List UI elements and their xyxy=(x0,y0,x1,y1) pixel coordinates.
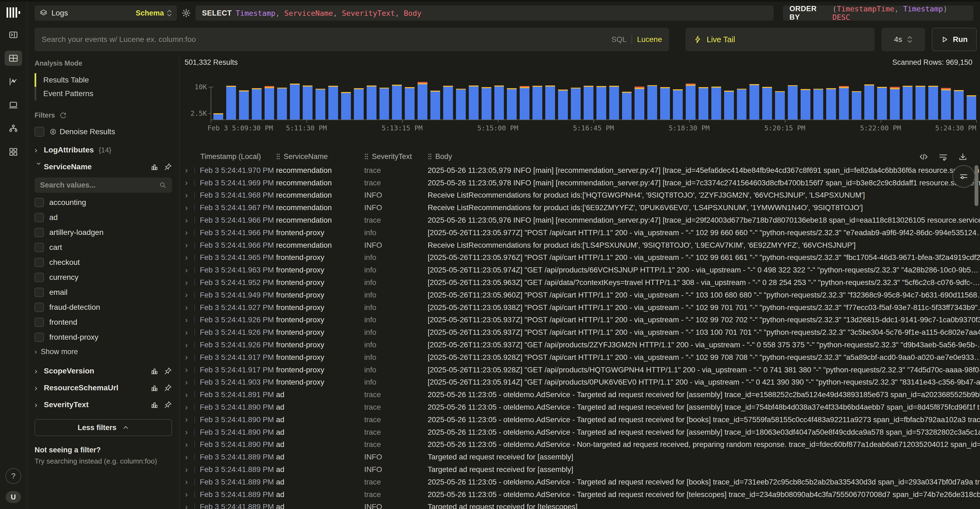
table-row[interactable]: ›Feb 3 5:24:41.926 PMfrontend-proxyinfo[… xyxy=(185,339,980,351)
table-row[interactable]: ›Feb 3 5:24:41.890 PMadtrace2025-05-26 1… xyxy=(185,414,980,426)
service-filter-frontend[interactable]: frontend xyxy=(35,315,172,329)
expand-row-chevron-icon[interactable]: › xyxy=(185,278,194,287)
expand-row-chevron-icon[interactable]: › xyxy=(185,178,194,187)
expand-row-chevron-icon[interactable]: › xyxy=(185,503,194,509)
show-more-button[interactable]: › Show more xyxy=(35,345,172,359)
pin-icon[interactable] xyxy=(164,401,172,409)
checkbox[interactable] xyxy=(35,258,44,267)
search-input[interactable]: Search your events w/ Lucene ex. column:… xyxy=(35,28,669,51)
expand-row-chevron-icon[interactable]: › xyxy=(185,228,194,237)
analysis-mode-event-patterns[interactable]: Event Patterns xyxy=(35,87,172,100)
table-row[interactable]: ›Feb 3 5:24:41.966 PMrecommendationINFOR… xyxy=(185,239,980,251)
histogram-plot[interactable]: Feb 3 5:09:30 PM5:11:30 PM5:13:15 PM5:15… xyxy=(211,74,976,128)
table-row[interactable]: ›Feb 3 5:24:41.890 PMadtrace2025-05-26 1… xyxy=(185,439,980,451)
expand-row-chevron-icon[interactable]: › xyxy=(185,203,194,212)
table-row[interactable]: ›Feb 3 5:24:41.952 PMfrontend-proxyinfo[… xyxy=(185,276,980,289)
table-row[interactable]: ›Feb 3 5:24:41.966 PMfrontend-proxyinfo[… xyxy=(185,226,980,239)
filter-group-logattributes[interactable]: › LogAttributes {14} xyxy=(35,142,172,158)
table-row[interactable]: ›Feb 3 5:24:41.927 PMfrontend-proxyinfo[… xyxy=(185,301,980,314)
table-row[interactable]: ›Feb 3 5:24:41.970 PMrecommendationtrace… xyxy=(185,164,980,177)
vertical-scrollbar[interactable] xyxy=(975,165,978,509)
table-row[interactable]: ›Feb 3 5:24:41.889 PMadINFOTargeted ad r… xyxy=(185,463,980,476)
column-header-severitytext[interactable]: SeverityText xyxy=(364,153,428,161)
checkbox[interactable] xyxy=(35,127,45,137)
expand-row-chevron-icon[interactable]: › xyxy=(185,453,194,462)
expand-row-chevron-icon[interactable]: › xyxy=(185,266,194,275)
table-row[interactable]: ›Feb 3 5:24:41.890 PMadtrace2025-05-26 1… xyxy=(185,426,980,439)
expand-row-chevron-icon[interactable]: › xyxy=(185,428,194,437)
help-icon[interactable]: ? xyxy=(5,468,21,484)
search-table-view-icon[interactable] xyxy=(5,51,22,66)
wrap-lines-icon[interactable] xyxy=(939,152,948,161)
expand-row-chevron-icon[interactable]: › xyxy=(185,477,194,487)
schema-label[interactable]: Schema xyxy=(135,9,164,17)
service-filter-frontend-proxy[interactable]: frontend-proxy xyxy=(35,329,172,345)
checkbox[interactable] xyxy=(35,318,44,327)
raw-sql-code-icon[interactable] xyxy=(919,152,928,161)
table-row[interactable]: ›Feb 3 5:24:41.967 PMrecommendationINFOR… xyxy=(185,201,980,214)
user-avatar[interactable]: U xyxy=(6,491,21,503)
filter-group-severitytext[interactable]: ›SeverityText xyxy=(35,396,172,413)
service-map-icon[interactable] xyxy=(5,121,22,136)
refresh-icon[interactable] xyxy=(59,111,67,119)
table-row[interactable]: ›Feb 3 5:24:41.889 PMadINFOTargeted ad r… xyxy=(185,501,980,509)
table-row[interactable]: ›Feb 3 5:24:41.965 PMfrontend-proxyinfo[… xyxy=(185,251,980,264)
expand-row-chevron-icon[interactable]: › xyxy=(185,216,194,225)
mode-lucene-toggle[interactable]: Lucene xyxy=(637,35,662,44)
checkbox[interactable] xyxy=(35,332,44,342)
table-row[interactable]: ›Feb 3 5:24:41.889 PMadtrace2025-05-26 1… xyxy=(185,476,980,488)
checkbox[interactable] xyxy=(35,303,44,312)
expand-row-chevron-icon[interactable]: › xyxy=(185,415,194,424)
column-header-timestamp-local-[interactable]: Timestamp (Local) xyxy=(185,153,276,161)
column-chart-icon[interactable] xyxy=(150,163,158,171)
service-filter-ad[interactable]: ad xyxy=(35,210,172,225)
expand-row-chevron-icon[interactable]: › xyxy=(185,191,194,200)
service-filter-cart[interactable]: cart xyxy=(35,240,172,255)
checkbox[interactable] xyxy=(35,198,44,207)
orderby-clause-editor[interactable]: ORDER BY (TimestampTime, Timestamp) DESC xyxy=(783,5,974,21)
filter-group-scopeversion[interactable]: ›ScopeVersion xyxy=(35,363,172,379)
expand-row-chevron-icon[interactable]: › xyxy=(185,403,194,412)
expand-row-chevron-icon[interactable]: › xyxy=(185,340,194,350)
table-row[interactable]: ›Feb 3 5:24:41.917 PMfrontend-proxyinfo[… xyxy=(185,351,980,364)
table-row[interactable]: ›Feb 3 5:24:41.917 PMfrontend-proxyinfo[… xyxy=(185,364,980,376)
expand-row-chevron-icon[interactable]: › xyxy=(185,465,194,474)
column-header-servicename[interactable]: ServiceName xyxy=(276,153,364,161)
expand-row-chevron-icon[interactable]: › xyxy=(185,490,194,499)
mode-sql-toggle[interactable]: SQL xyxy=(611,35,627,44)
expand-row-chevron-icon[interactable]: › xyxy=(185,290,194,299)
checkbox[interactable] xyxy=(35,243,44,252)
expand-row-chevron-icon[interactable]: › xyxy=(185,353,194,362)
checkbox[interactable] xyxy=(35,273,44,282)
table-row[interactable]: ›Feb 3 5:24:41.926 PMfrontend-proxyinfo[… xyxy=(185,326,980,339)
table-row[interactable]: ›Feb 3 5:24:41.891 PMadtrace2025-05-26 1… xyxy=(185,388,980,401)
expand-row-chevron-icon[interactable]: › xyxy=(185,166,194,175)
service-filter-artillery-loadgen[interactable]: artillery-loadgen xyxy=(35,225,172,240)
checkbox[interactable] xyxy=(35,213,44,222)
table-row[interactable]: ›Feb 3 5:24:41.889 PMadINFOTargeted ad r… xyxy=(185,451,980,463)
service-filter-email[interactable]: email xyxy=(35,285,172,300)
chart-explorer-icon[interactable] xyxy=(5,74,22,89)
table-row[interactable]: ›Feb 3 5:24:41.889 PMadtrace2025-05-26 1… xyxy=(185,488,980,501)
expand-row-chevron-icon[interactable]: › xyxy=(185,315,194,324)
table-settings-fab[interactable] xyxy=(952,165,975,188)
expand-row-chevron-icon[interactable]: › xyxy=(185,253,194,262)
expand-row-chevron-icon[interactable]: › xyxy=(185,440,194,449)
checkbox[interactable] xyxy=(35,288,44,297)
table-row[interactable]: ›Feb 3 5:24:41.949 PMfrontend-proxyinfo[… xyxy=(185,289,980,301)
select-clause-editor[interactable]: SELECT Timestamp, ServiceName, SeverityT… xyxy=(196,5,774,21)
table-row[interactable]: ›Feb 3 5:24:41.890 PMadtrace2025-05-26 1… xyxy=(185,401,980,414)
column-header-body[interactable]: Body xyxy=(428,153,980,161)
filter-group-resourceschemaurl[interactable]: ›ResourceSchemaUrl xyxy=(35,379,172,396)
apps-grid-icon[interactable] xyxy=(5,144,22,159)
pin-icon[interactable] xyxy=(164,367,172,375)
pin-icon[interactable] xyxy=(164,163,172,171)
expand-row-chevron-icon[interactable]: › xyxy=(185,378,194,387)
service-filter-checkout[interactable]: checkout xyxy=(35,255,172,270)
service-filter-accounting[interactable]: accounting xyxy=(35,195,172,210)
filter-value-search-input[interactable]: Search values... xyxy=(35,178,172,193)
filter-group-servicename[interactable]: › ServiceName xyxy=(35,158,172,175)
source-settings-gear-icon[interactable] xyxy=(181,8,191,18)
service-filter-fraud-detection[interactable]: fraud-detection xyxy=(35,300,172,315)
table-row[interactable]: ›Feb 3 5:24:41.969 PMrecommendationtrace… xyxy=(185,177,980,189)
